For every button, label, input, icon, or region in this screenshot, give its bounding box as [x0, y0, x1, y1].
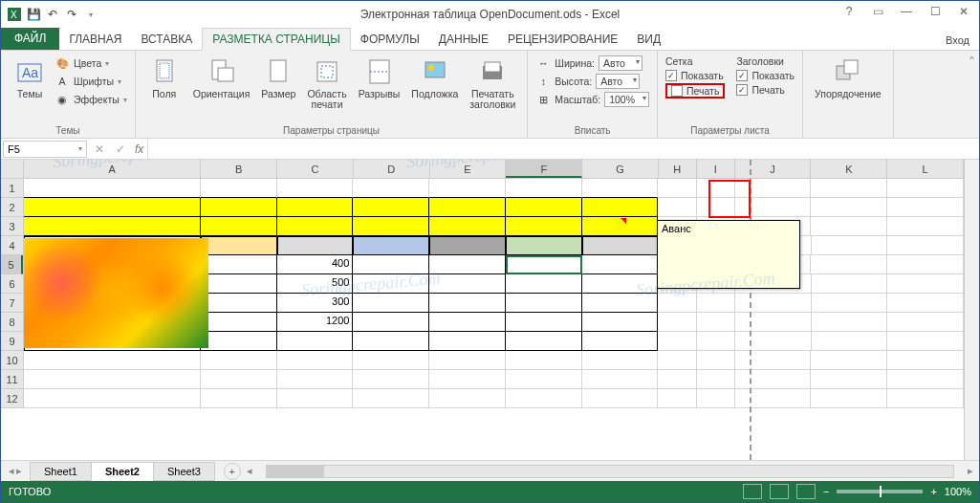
margins-button[interactable]: Поля: [143, 55, 185, 101]
undo-icon[interactable]: ↶: [45, 7, 60, 22]
cell-I8[interactable]: [697, 313, 735, 332]
cell-G9[interactable]: [582, 332, 659, 351]
zoom-in-button[interactable]: +: [930, 486, 936, 497]
cell-G6[interactable]: [582, 274, 659, 294]
tab-data[interactable]: ДАННЫЕ: [429, 29, 498, 50]
cell-F10[interactable]: [506, 351, 582, 370]
tab-home[interactable]: ГЛАВНАЯ: [59, 29, 131, 50]
cell-D8[interactable]: [353, 313, 429, 332]
cell-B5[interactable]: [201, 255, 277, 274]
cell-E9[interactable]: [429, 332, 506, 351]
cell-F11[interactable]: [506, 370, 582, 389]
zoom-out-button[interactable]: −: [823, 486, 829, 497]
cell-L1[interactable]: [887, 179, 964, 198]
row-header-5[interactable]: 5: [1, 255, 23, 274]
column-header-B[interactable]: B: [201, 160, 277, 178]
cell-H8[interactable]: [658, 313, 696, 332]
cell-C12[interactable]: [277, 389, 354, 408]
cell-B8[interactable]: [201, 313, 277, 332]
cell-D5[interactable]: [353, 255, 429, 274]
cell-D2[interactable]: [353, 198, 429, 217]
row-header-9[interactable]: 9: [1, 332, 23, 351]
vertical-scrollbar[interactable]: [964, 160, 979, 460]
cell-F3[interactable]: [506, 217, 582, 236]
cell-H1[interactable]: [658, 179, 696, 198]
theme-effects-button[interactable]: ◉Эффекты▾: [54, 91, 127, 108]
cell-C5[interactable]: 400: [277, 255, 354, 274]
page-layout-view-button[interactable]: [770, 484, 789, 499]
themes-button[interactable]: Aa Темы: [9, 55, 51, 101]
normal-view-button[interactable]: [743, 484, 762, 499]
name-box[interactable]: F5▾: [3, 141, 87, 158]
cell-E8[interactable]: [429, 313, 506, 332]
cell-D6[interactable]: [353, 274, 429, 294]
row-header-6[interactable]: 6: [1, 274, 23, 294]
cell-B3[interactable]: [201, 217, 277, 236]
qat-dropdown-icon[interactable]: ▾: [83, 7, 98, 22]
cell-L11[interactable]: [887, 370, 964, 389]
cell-G12[interactable]: [582, 389, 659, 408]
cell-K4[interactable]: [812, 236, 888, 255]
cell-H9[interactable]: [658, 332, 696, 351]
cell-F6[interactable]: [506, 274, 582, 294]
cell-J11[interactable]: [735, 370, 812, 389]
cell-F8[interactable]: [506, 313, 582, 332]
cell-C7[interactable]: 300: [277, 294, 354, 313]
column-header-L[interactable]: L: [887, 160, 964, 178]
cell-I7[interactable]: [697, 294, 735, 313]
cell-D1[interactable]: [353, 179, 429, 198]
cell-F1[interactable]: [506, 179, 582, 198]
new-sheet-button[interactable]: +: [224, 463, 241, 480]
sheet-tab-1[interactable]: Sheet1: [30, 462, 92, 481]
cell-J12[interactable]: [735, 389, 812, 408]
cell-B2[interactable]: [201, 198, 277, 217]
cell-B11[interactable]: [201, 370, 277, 389]
column-header-C[interactable]: C: [277, 160, 354, 178]
cell-A2[interactable]: [24, 198, 201, 217]
cell-B10[interactable]: [201, 351, 277, 370]
tab-review[interactable]: РЕЦЕНЗИРОВАНИЕ: [498, 29, 627, 50]
page-break-view-button[interactable]: [796, 484, 816, 499]
cell-H2[interactable]: [658, 198, 696, 217]
row-header-10[interactable]: 10: [1, 351, 23, 370]
width-select[interactable]: Авто: [599, 55, 642, 71]
cell-D4[interactable]: [353, 236, 429, 255]
cell-J10[interactable]: [735, 351, 812, 370]
row-header-2[interactable]: 2: [1, 198, 23, 217]
cell-B12[interactable]: [201, 389, 277, 408]
cell-B6[interactable]: [201, 274, 277, 294]
enter-formula-icon[interactable]: ✓: [110, 141, 131, 158]
cell-K3[interactable]: [811, 217, 887, 236]
column-header-J[interactable]: J: [735, 160, 812, 178]
cell-D7[interactable]: [353, 294, 429, 313]
tab-insert[interactable]: ВСТАВКА: [131, 29, 202, 50]
cell-L6[interactable]: [887, 274, 964, 294]
theme-fonts-button[interactable]: AШрифты▾: [54, 73, 127, 90]
column-header-E[interactable]: E: [430, 160, 507, 178]
cell-G4[interactable]: [582, 236, 659, 255]
column-header-A[interactable]: A: [24, 160, 201, 178]
cell-E5[interactable]: [429, 255, 506, 274]
ribbon-options-icon[interactable]: ▭: [866, 3, 889, 20]
cell-E6[interactable]: [429, 274, 506, 294]
sheet-tab-3[interactable]: Sheet3: [153, 462, 215, 481]
column-header-H[interactable]: H: [659, 160, 697, 178]
size-button[interactable]: Размер: [257, 55, 299, 101]
headings-view-checkbox[interactable]: ✓Показать: [736, 69, 795, 82]
cell-A10[interactable]: [24, 351, 201, 370]
select-all-corner[interactable]: [1, 160, 24, 179]
close-icon[interactable]: ✕: [952, 3, 975, 20]
cell-C2[interactable]: [277, 198, 354, 217]
background-button[interactable]: Подложка: [407, 55, 462, 101]
scale-spinner[interactable]: 100%: [604, 92, 649, 107]
comment-box[interactable]: Аванс: [657, 220, 800, 289]
cell-G8[interactable]: [582, 313, 659, 332]
cell-J9[interactable]: [735, 332, 812, 351]
cell-A12[interactable]: [24, 389, 201, 408]
row-header-8[interactable]: 8: [1, 313, 23, 332]
cell-I10[interactable]: [697, 351, 735, 370]
cell-C4[interactable]: [277, 236, 354, 255]
cell-L3[interactable]: [887, 217, 964, 236]
cell-K5[interactable]: [811, 255, 887, 274]
column-header-K[interactable]: K: [811, 160, 887, 178]
